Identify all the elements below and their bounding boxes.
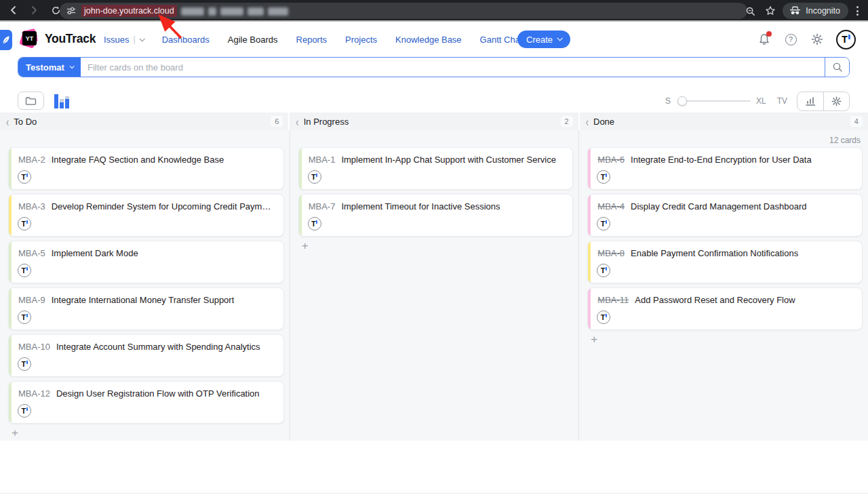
board-column-done: MBA-6Integrate End-to-End Encryption for… <box>578 130 868 441</box>
card-title: Integrate FAQ Section and Knowledge Base <box>52 155 224 165</box>
card-priority-accent <box>588 288 591 329</box>
assignee-avatar: T <box>308 217 321 230</box>
nav-item-issues[interactable]: Issues| <box>104 35 144 45</box>
settings-gear-icon[interactable] <box>810 32 825 47</box>
column-count-badge: 6 <box>271 116 283 127</box>
card-row: MBA-10Integrate Account Summary with Spe… <box>9 335 283 352</box>
card-title: Implement Dark Mode <box>52 248 138 258</box>
create-button[interactable]: Create <box>517 31 570 48</box>
user-avatar[interactable]: T <box>836 30 856 49</box>
card-id[interactable]: MBA-12 <box>18 388 50 399</box>
nav-item-label: Knowledge Base <box>395 35 462 45</box>
assignee-avatar: T <box>18 170 31 184</box>
add-card-button[interactable]: + <box>9 428 21 440</box>
card-id[interactable]: MBA-8 <box>597 248 625 258</box>
card-MBA-10[interactable]: MBA-10Integrate Account Summary with Spe… <box>8 334 284 377</box>
nav-divider: | <box>134 35 136 44</box>
tv-mode-button[interactable]: TV <box>777 96 787 106</box>
board-selector-button[interactable]: Testomat <box>18 58 81 77</box>
card-id[interactable]: MBA-4 <box>597 201 625 212</box>
card-priority-accent <box>9 195 12 236</box>
browser-menu-icon[interactable] <box>852 6 863 16</box>
card-id[interactable]: MBA-3 <box>18 201 45 212</box>
card-id[interactable]: MBA-2 <box>18 155 45 165</box>
assignee-avatar: T <box>597 217 610 230</box>
folder-icon <box>25 96 37 106</box>
card-row: MBA-6Integrate End-to-End Encryption for… <box>588 148 862 165</box>
card-MBA-2[interactable]: MBA-2Integrate FAQ Section and Knowledge… <box>8 147 284 190</box>
bar-chart-icon <box>806 96 816 106</box>
nav-item-dashboards[interactable]: Dashboards <box>162 35 210 45</box>
slider-knob[interactable] <box>677 96 687 106</box>
nav-item-reports[interactable]: Reports <box>296 35 328 45</box>
site-info-icon[interactable] <box>66 7 76 15</box>
board-column-to-do: MBA-2Integrate FAQ Section and Knowledge… <box>0 130 290 441</box>
assignee-avatar: T <box>597 310 610 324</box>
card-id[interactable]: MBA-11 <box>597 295 629 305</box>
bookmark-star-icon[interactable] <box>762 3 778 19</box>
card-row: MBA-12Design User Registration Flow with… <box>9 382 283 399</box>
card-title: Develop Reminder System for Upcoming Cre… <box>52 201 275 212</box>
card-id[interactable]: MBA-1 <box>309 155 336 165</box>
avatar-accent <box>26 174 28 177</box>
address-bar[interactable]: john-doe.youtrack.cloud <box>60 3 747 19</box>
nav-item-projects[interactable]: Projects <box>345 35 377 45</box>
card-size-slider[interactable] <box>677 96 751 106</box>
card-id[interactable]: MBA-10 <box>18 342 50 352</box>
browser-back-icon[interactable] <box>5 2 22 18</box>
youtrack-logo[interactable]: YT <box>20 30 39 49</box>
card-MBA-6[interactable]: MBA-6Integrate End-to-End Encryption for… <box>587 147 863 190</box>
avatar-accent <box>316 174 317 177</box>
chevron-down-icon[interactable] <box>139 36 144 41</box>
card-MBA-9[interactable]: MBA-9Integrate International Money Trans… <box>8 287 284 330</box>
card-MBA-11[interactable]: MBA-11Add Password Reset and Recovery Fl… <box>587 287 863 330</box>
page-bottom-divider <box>0 493 868 494</box>
card-id[interactable]: MBA-6 <box>597 155 625 165</box>
card-MBA-12[interactable]: MBA-12Design User Registration Flow with… <box>8 381 284 424</box>
backlog-folder-button[interactable] <box>18 92 44 110</box>
search-icon <box>832 62 843 73</box>
chart-view-button[interactable] <box>797 92 823 110</box>
nav-item-agile-boards[interactable]: Agile Boards <box>228 35 278 45</box>
search-button[interactable] <box>825 58 849 77</box>
board-settings-button[interactable] <box>823 92 849 110</box>
notifications-bell-icon[interactable] <box>757 32 772 47</box>
collapse-column-icon[interactable]: ‹ <box>6 115 9 129</box>
avatar-letter: T <box>21 266 26 275</box>
card-MBA-5[interactable]: MBA-5Implement Dark ModeT <box>8 241 284 283</box>
card-MBA-7[interactable]: MBA-7Implement Timeout for Inactive Sess… <box>298 194 574 237</box>
incognito-badge: Incognito <box>783 3 848 19</box>
card-MBA-8[interactable]: MBA-8Enable Payment Confirmation Notific… <box>587 241 863 283</box>
board-view-toggle-icon[interactable] <box>54 93 71 108</box>
card-MBA-3[interactable]: MBA-3Develop Reminder System for Upcomin… <box>8 194 284 237</box>
avatar-accent <box>26 220 28 224</box>
card-priority-accent <box>9 382 12 423</box>
browser-forward-icon[interactable] <box>26 2 42 18</box>
chevron-down-icon <box>70 64 75 68</box>
help-icon[interactable]: ? <box>783 32 798 47</box>
card-MBA-1[interactable]: MBA-1Implement In-App Chat Support with … <box>298 147 574 190</box>
filter-cards-input[interactable] <box>81 58 825 77</box>
add-card-button[interactable]: + <box>299 241 311 253</box>
avatar-letter: T <box>601 266 606 275</box>
card-id[interactable]: MBA-5 <box>18 248 45 258</box>
collapse-column-icon[interactable]: ‹ <box>586 115 589 129</box>
column-count-badge: 4 <box>850 116 863 127</box>
card-row: MBA-8Enable Payment Confirmation Notific… <box>588 241 862 258</box>
card-title: Integrate Account Summary with Spending … <box>56 342 260 352</box>
incognito-label: Incognito <box>806 6 840 16</box>
nav-item-knowledge-base[interactable]: Knowledge Base <box>395 35 462 45</box>
card-title: Integrate International Money Transfer S… <box>52 295 235 305</box>
card-id[interactable]: MBA-9 <box>18 295 45 305</box>
collapse-column-icon[interactable]: ‹ <box>296 115 298 129</box>
browser-chrome: john-doe.youtrack.cloud Incognito <box>0 0 868 22</box>
card-title: Implement Timeout for Inactive Sessions <box>341 201 500 212</box>
add-card-button[interactable]: + <box>588 334 600 346</box>
card-id[interactable]: MBA-7 <box>309 201 336 212</box>
card-MBA-4[interactable]: MBA-4Display Credit Card Management Dash… <box>587 194 863 237</box>
column-header-to-do: ‹To Do6 <box>0 113 288 130</box>
zoom-page-icon[interactable] <box>742 3 758 19</box>
app-title[interactable]: YouTrack <box>45 32 96 46</box>
column-title: In Progress <box>304 117 349 127</box>
avatar-accent <box>26 314 28 317</box>
